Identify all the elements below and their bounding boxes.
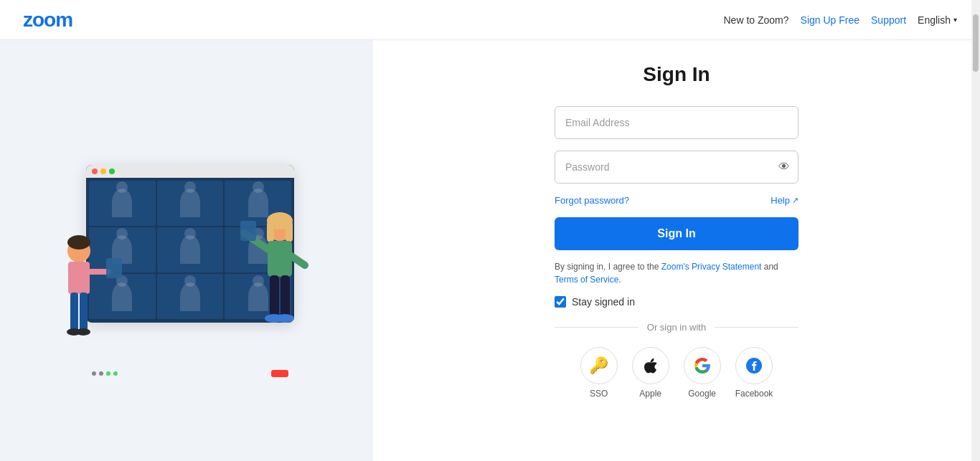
svg-rect-2 [68,262,90,294]
divider-line-right [715,327,798,328]
video-cell [157,274,224,319]
zoom-logo: zoom [23,9,72,32]
support-link[interactable]: Support [871,14,906,26]
svg-rect-13 [268,241,292,277]
facebook-button[interactable] [735,347,773,384]
svg-rect-11 [267,221,274,242]
video-cell [89,181,156,226]
signin-button[interactable]: Sign In [555,217,798,250]
end-call-button [271,370,288,377]
agree-and: and [761,262,778,272]
person-left-illustration [57,229,122,373]
google-icon [694,358,710,374]
main-layout: Sign In 👁 Forgot password? Help ↗ Sign I… [0,40,980,461]
titlebar-dot-green [109,168,115,174]
sso-button[interactable]: 🔑 [580,347,618,384]
terms-link[interactable]: Terms of Service [555,275,618,285]
svg-point-1 [67,235,90,249]
svg-rect-18 [281,275,290,318]
password-input[interactable] [555,151,798,184]
facebook-icon [746,358,762,374]
apple-item: Apple [632,347,669,399]
svg-rect-4 [106,258,122,278]
apple-icon [643,358,659,374]
titlebar-dot-yellow [100,168,106,174]
agree-prefix: By signing in, I agree to the [555,262,661,272]
window-titlebar [86,165,294,178]
scrollbar-thumb [973,14,979,72]
illustration [65,122,308,380]
social-icons-row: 🔑 SSO Apple [555,347,798,399]
password-input-group: 👁 [555,151,798,184]
help-label: Help [771,195,790,206]
apple-label: Apple [639,389,661,399]
language-label: English [918,14,951,26]
help-link[interactable]: Help ↗ [771,195,798,206]
signup-link[interactable]: Sign Up Free [801,14,859,26]
agree-text: By signing in, I agree to the Zoom's Pri… [555,260,798,286]
left-panel [0,40,373,461]
facebook-item: Facebook [735,347,773,399]
forgot-password-link[interactable]: Forgot password? [555,195,629,206]
or-text: Or sign in with [647,322,706,333]
google-item: Google [684,347,721,399]
stay-signed-label[interactable]: Stay signed in [572,296,635,308]
svg-rect-16 [240,221,256,241]
video-cell [157,227,224,272]
video-cell [157,181,224,226]
svg-rect-17 [270,275,279,318]
google-label: Google [688,389,716,399]
email-input[interactable] [555,106,798,139]
sso-label: SSO [590,389,608,399]
form-container: 👁 Forgot password? Help ↗ Sign In By sig… [555,106,798,399]
header: zoom New to Zoom? Sign Up Free Support E… [0,0,980,40]
agree-period: . [618,275,621,285]
email-input-group [555,106,798,139]
page-scrollbar[interactable] [971,0,980,461]
chevron-down-icon: ▾ [953,16,957,24]
titlebar-dot-red [92,168,98,174]
stay-signed-container: Stay signed in [555,296,798,308]
sso-item: 🔑 SSO [580,347,618,399]
privacy-link[interactable]: Zoom's Privacy Statement [661,262,762,272]
svg-rect-12 [286,221,293,242]
language-selector[interactable]: English ▾ [918,14,957,26]
page-title: Sign In [643,63,710,86]
external-link-icon: ↗ [792,196,798,205]
divider-line-left [555,327,639,328]
new-to-text: New to Zoom? [724,14,789,26]
svg-point-20 [275,314,294,323]
form-links-row: Forgot password? Help ↗ [555,195,798,206]
right-panel: Sign In 👁 Forgot password? Help ↗ Sign I… [373,40,980,461]
svg-rect-6 [80,293,88,332]
svg-rect-5 [70,293,78,332]
person-right-illustration [240,208,319,366]
stay-signed-checkbox[interactable] [555,296,566,308]
or-divider: Or sign in with [555,322,798,333]
svg-point-8 [76,328,90,336]
google-button[interactable] [684,347,721,384]
facebook-label: Facebook [735,389,773,399]
show-password-icon[interactable]: 👁 [778,161,790,174]
header-nav: New to Zoom? Sign Up Free Support Englis… [724,14,958,26]
apple-button[interactable] [632,347,669,384]
